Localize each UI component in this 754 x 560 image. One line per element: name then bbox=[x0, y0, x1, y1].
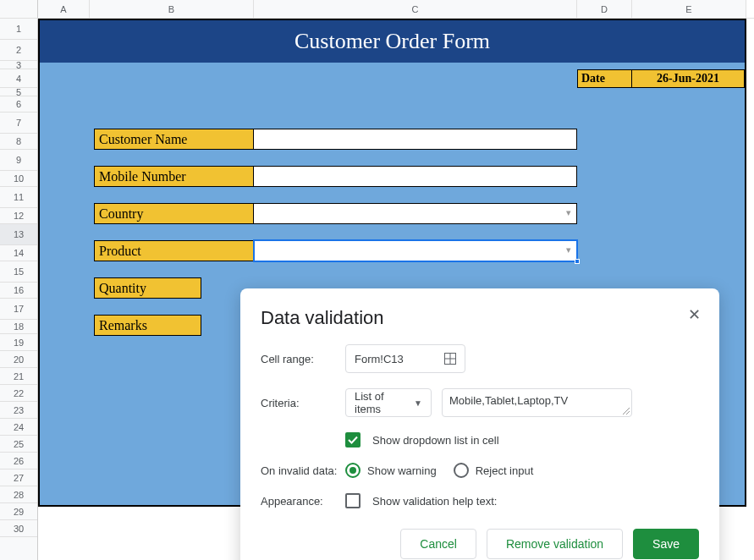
row-header-9[interactable]: 9 bbox=[0, 150, 37, 171]
show-dropdown-checkbox[interactable] bbox=[345, 432, 360, 447]
row-header-25[interactable]: 25 bbox=[0, 436, 37, 453]
cell-range-value: Form!C13 bbox=[355, 353, 404, 365]
mobile-number-input[interactable] bbox=[254, 166, 577, 187]
row-header-3[interactable]: 3 bbox=[0, 61, 37, 69]
select-all-corner[interactable] bbox=[0, 0, 38, 18]
reject-input-label: Reject input bbox=[476, 464, 534, 477]
row-header-6[interactable]: 6 bbox=[0, 96, 37, 113]
row-headers: 1234567891011121314151617181920212223242… bbox=[0, 19, 38, 560]
row-header-19[interactable]: 19 bbox=[0, 334, 37, 351]
row-header-18[interactable]: 18 bbox=[0, 320, 37, 334]
mobile-number-label: Mobile Number bbox=[94, 166, 254, 187]
col-header-B[interactable]: B bbox=[90, 0, 254, 18]
row-header-22[interactable]: 22 bbox=[0, 385, 37, 402]
row-header-21[interactable]: 21 bbox=[0, 368, 37, 385]
row-header-4[interactable]: 4 bbox=[0, 69, 37, 88]
show-dropdown-label: Show dropdown list in cell bbox=[372, 434, 499, 447]
resize-handle-icon[interactable] bbox=[623, 408, 630, 415]
criteria-label: Criteria: bbox=[261, 397, 345, 409]
close-icon[interactable]: ✕ bbox=[688, 307, 701, 322]
date-label: Date bbox=[577, 69, 632, 88]
column-headers: A B C D E bbox=[0, 0, 754, 19]
form-title-bar: Customer Order Form bbox=[40, 20, 745, 63]
customer-name-label: Customer Name bbox=[94, 129, 254, 150]
form-title: Customer Order Form bbox=[294, 29, 490, 54]
product-label: Product bbox=[94, 240, 254, 261]
remarks-label: Remarks bbox=[94, 315, 201, 336]
criteria-value-input[interactable]: Mobile,Tablet,Laptop,TV bbox=[442, 388, 632, 417]
row-header-1[interactable]: 1 bbox=[0, 19, 37, 40]
cell-range-input[interactable]: Form!C13 bbox=[345, 344, 465, 373]
country-label: Country bbox=[94, 203, 254, 224]
row-header-8[interactable]: 8 bbox=[0, 134, 37, 150]
row-header-7[interactable]: 7 bbox=[0, 113, 37, 134]
show-warning-radio[interactable] bbox=[345, 463, 360, 478]
row-header-13[interactable]: 13 bbox=[0, 224, 37, 245]
help-text-label: Show validation help text: bbox=[372, 495, 497, 508]
row-header-12[interactable]: 12 bbox=[0, 208, 37, 224]
spreadsheet-grid[interactable]: Customer Order Form Date 26-Jun-2021 Cus… bbox=[38, 19, 754, 560]
data-validation-dialog: Data validation ✕ Cell range: Form!C13 C… bbox=[240, 288, 719, 560]
row-header-28[interactable]: 28 bbox=[0, 486, 37, 503]
col-header-D[interactable]: D bbox=[577, 0, 632, 18]
row-header-5[interactable]: 5 bbox=[0, 88, 37, 96]
customer-name-input[interactable] bbox=[254, 129, 577, 150]
cell-range-label: Cell range: bbox=[261, 353, 345, 365]
col-header-E[interactable]: E bbox=[632, 0, 746, 18]
row-header-2[interactable]: 2 bbox=[0, 40, 37, 61]
grid-select-icon[interactable] bbox=[444, 353, 456, 365]
date-value: 26-Jun-2021 bbox=[632, 69, 745, 88]
row-header-20[interactable]: 20 bbox=[0, 351, 37, 368]
invalid-data-label: On invalid data: bbox=[261, 464, 345, 477]
cancel-button[interactable]: Cancel bbox=[400, 529, 476, 559]
row-header-17[interactable]: 17 bbox=[0, 299, 37, 320]
row-header-23[interactable]: 23 bbox=[0, 402, 37, 419]
row-header-14[interactable]: 14 bbox=[0, 245, 37, 261]
appearance-label: Appearance: bbox=[261, 495, 345, 508]
criteria-type-dropdown[interactable]: List of items▼ bbox=[345, 388, 432, 417]
row-header-15[interactable]: 15 bbox=[0, 261, 37, 283]
row-header-27[interactable]: 27 bbox=[0, 469, 37, 486]
col-header-C[interactable]: C bbox=[254, 0, 577, 18]
quantity-label: Quantity bbox=[94, 277, 201, 299]
product-dropdown[interactable] bbox=[254, 240, 577, 261]
show-warning-label: Show warning bbox=[367, 464, 437, 477]
row-header-29[interactable]: 29 bbox=[0, 503, 37, 520]
dialog-title: Data validation bbox=[261, 307, 699, 329]
save-button[interactable]: Save bbox=[633, 529, 699, 559]
row-header-30[interactable]: 30 bbox=[0, 520, 37, 537]
row-header-10[interactable]: 10 bbox=[0, 171, 37, 187]
help-text-checkbox[interactable] bbox=[345, 493, 360, 508]
reject-input-radio[interactable] bbox=[454, 463, 469, 478]
row-header-26[interactable]: 26 bbox=[0, 453, 37, 469]
country-dropdown[interactable] bbox=[254, 203, 577, 224]
row-header-24[interactable]: 24 bbox=[0, 419, 37, 436]
col-header-A[interactable]: A bbox=[38, 0, 90, 18]
date-row: Date 26-Jun-2021 bbox=[577, 69, 745, 88]
row-header-16[interactable]: 16 bbox=[0, 283, 37, 299]
row-header-11[interactable]: 11 bbox=[0, 187, 37, 208]
remove-validation-button[interactable]: Remove validation bbox=[487, 529, 623, 559]
chevron-down-icon: ▼ bbox=[414, 398, 422, 408]
